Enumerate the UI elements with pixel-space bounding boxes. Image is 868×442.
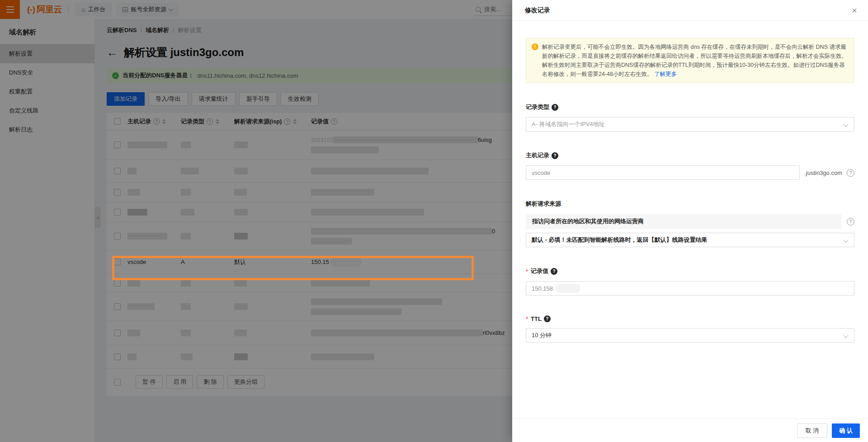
help-outline-icon: ? xyxy=(847,169,854,177)
field-record-type: 记录类型 ? A- 将域名指向一个IPV4地址 xyxy=(526,103,854,132)
propagation-notice: ! 解析记录变更后，可能不会立即生效。因为各地网络运营商 dns 存在缓存，在缓… xyxy=(526,38,854,83)
learn-more-link[interactable]: 了解更多 xyxy=(654,71,677,77)
help-icon: ? xyxy=(552,152,558,159)
chevron-down-icon xyxy=(843,122,848,127)
field-ttl: * TTL ? 10 分钟 xyxy=(526,315,854,343)
host-record-label: 主机记录 xyxy=(526,151,549,160)
field-host-record: 主机记录 ? .justin3go.com ? xyxy=(526,151,854,180)
line-info-bar: 指访问者所在的地区和其使用的网络运营商 xyxy=(526,214,841,229)
chevron-down-icon xyxy=(843,237,848,242)
line-value: 默认 - 必填！未匹配到智能解析线路时，返回【默认】线路设置结果 xyxy=(532,236,708,244)
help-outline-icon: ? xyxy=(847,218,854,226)
ttl-select[interactable]: 10 分钟 xyxy=(526,328,854,343)
record-value-text: 150.158. xyxy=(532,285,555,292)
line-select[interactable]: 默认 - 必填！未匹配到智能解析线路时，返回【默认】线路设置结果 xyxy=(526,233,854,247)
help-icon: ? xyxy=(551,268,557,275)
field-line: 解析请求来源 指访问者所在的地区和其使用的网络运营商 ? 默认 - 必填！未匹配… xyxy=(526,200,854,247)
notice-text: 解析记录变更后，可能不会立即生效。因为各地网络运营商 dns 存在缓存，在缓存未… xyxy=(542,44,847,77)
record-type-select[interactable]: A- 将域名指向一个IPV4地址 xyxy=(526,117,854,132)
modify-record-panel: 修改记录 × ! 解析记录变更后，可能不会立即生效。因为各地网络运营商 dns … xyxy=(512,0,868,442)
record-value-input[interactable]: 150.158. xyxy=(526,281,854,296)
cancel-button[interactable]: 取 消 xyxy=(797,423,828,438)
redacted-blur xyxy=(556,284,580,293)
chevron-down-icon xyxy=(843,333,848,338)
warning-icon: ! xyxy=(532,43,538,50)
ttl-label: TTL xyxy=(531,315,542,322)
close-icon[interactable]: × xyxy=(852,6,857,15)
domain-suffix: .justin3go.com xyxy=(804,169,842,176)
required-mark: * xyxy=(526,315,528,322)
host-record-input[interactable] xyxy=(526,165,800,180)
help-icon: ? xyxy=(552,104,558,111)
panel-title: 修改记录 xyxy=(525,6,550,14)
record-value-label: 记录值 xyxy=(531,267,548,275)
ttl-value: 10 分钟 xyxy=(532,331,552,339)
line-label: 解析请求来源 xyxy=(526,200,561,208)
field-record-value: * 记录值 ? 150.158. xyxy=(526,267,854,296)
help-icon: ? xyxy=(544,315,551,322)
record-type-label: 记录类型 xyxy=(526,103,549,111)
confirm-button[interactable]: 确 认 xyxy=(832,423,860,438)
required-mark: * xyxy=(526,268,528,275)
record-type-value: A- 将域名指向一个IPV4地址 xyxy=(532,120,605,128)
